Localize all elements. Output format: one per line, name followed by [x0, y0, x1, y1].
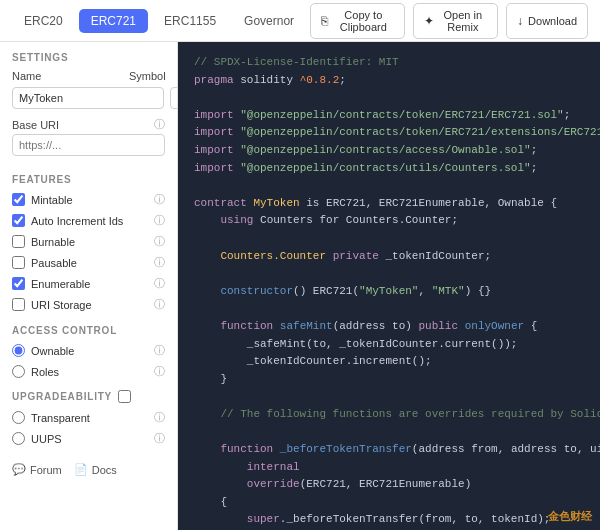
- tab-erc1155[interactable]: ERC1155: [152, 9, 228, 33]
- uri-storage-label: URI Storage: [31, 299, 148, 311]
- auto-increment-checkbox[interactable]: [12, 214, 25, 227]
- feature-enumerable: Enumerable ⓘ: [0, 273, 177, 294]
- feature-mintable: Mintable ⓘ: [0, 189, 177, 210]
- burnable-checkbox[interactable]: [12, 235, 25, 248]
- ownable-info-icon: ⓘ: [154, 343, 165, 358]
- copy-clipboard-button[interactable]: ⎘ Copy to Clipboard: [310, 3, 404, 39]
- footer-links: 💬 Forum 📄 Docs: [0, 453, 177, 486]
- enumerable-label: Enumerable: [31, 278, 148, 290]
- main-content: SETTINGS Name Symbol Base URI ⓘ FEATURES…: [0, 42, 600, 530]
- docs-link[interactable]: 📄 Docs: [74, 463, 117, 476]
- download-label: Download: [528, 15, 577, 27]
- base-uri-label: Base URI: [12, 119, 150, 131]
- features-header: FEATURES: [0, 164, 177, 189]
- uups-radio[interactable]: [12, 432, 25, 445]
- remix-label: Open in Remix: [439, 9, 488, 33]
- docs-icon: 📄: [74, 463, 88, 476]
- token-symbol-input[interactable]: [170, 87, 178, 109]
- left-panel: SETTINGS Name Symbol Base URI ⓘ FEATURES…: [0, 42, 178, 530]
- feature-burnable: Burnable ⓘ: [0, 231, 177, 252]
- symbol-label: Symbol: [129, 70, 165, 82]
- upgradeability-header-row: UPGRADEABILITY: [0, 382, 177, 407]
- watermark: 金色财经: [548, 509, 592, 524]
- feature-pausable: Pausable ⓘ: [0, 252, 177, 273]
- base-uri-input[interactable]: [12, 134, 165, 156]
- ownable-label: Ownable: [31, 345, 148, 357]
- access-control-header: ACCESS CONTROL: [0, 315, 177, 340]
- enumerable-info-icon: ⓘ: [154, 276, 165, 291]
- ownable-radio[interactable]: [12, 344, 25, 357]
- name-label: Name: [12, 70, 123, 82]
- top-bar: ERC20 ERC721 ERC1155 Governor ⎘ Copy to …: [0, 0, 600, 42]
- mintable-checkbox[interactable]: [12, 193, 25, 206]
- uri-storage-checkbox[interactable]: [12, 298, 25, 311]
- tab-erc20[interactable]: ERC20: [12, 9, 75, 33]
- enumerable-checkbox[interactable]: [12, 277, 25, 290]
- auto-increment-info-icon: ⓘ: [154, 213, 165, 228]
- code-block: // SPDX-License-Identifier: MIT pragma s…: [194, 54, 584, 530]
- forum-link[interactable]: 💬 Forum: [12, 463, 62, 476]
- settings-header: SETTINGS: [0, 42, 177, 67]
- burnable-info-icon: ⓘ: [154, 234, 165, 249]
- copy-label: Copy to Clipboard: [333, 9, 393, 33]
- mintable-label: Mintable: [31, 194, 148, 206]
- burnable-label: Burnable: [31, 236, 148, 248]
- transparent-label: Transparent: [31, 412, 148, 424]
- upgradeability-checkbox[interactable]: [118, 390, 131, 403]
- upgrade-transparent: Transparent ⓘ: [0, 407, 177, 428]
- feature-auto-increment: Auto Increment Ids ⓘ: [0, 210, 177, 231]
- roles-radio[interactable]: [12, 365, 25, 378]
- access-ownable: Ownable ⓘ: [0, 340, 177, 361]
- tab-erc721[interactable]: ERC721: [79, 9, 148, 33]
- pausable-checkbox[interactable]: [12, 256, 25, 269]
- remix-icon: ✦: [424, 14, 434, 28]
- token-name-input[interactable]: [12, 87, 164, 109]
- pausable-label: Pausable: [31, 257, 148, 269]
- mintable-info-icon: ⓘ: [154, 192, 165, 207]
- uri-storage-info-icon: ⓘ: [154, 297, 165, 312]
- base-uri-info-icon: ⓘ: [154, 117, 165, 132]
- roles-label: Roles: [31, 366, 148, 378]
- forum-label: Forum: [30, 464, 62, 476]
- transparent-radio[interactable]: [12, 411, 25, 424]
- docs-label: Docs: [92, 464, 117, 476]
- forum-icon: 💬: [12, 463, 26, 476]
- auto-increment-label: Auto Increment Ids: [31, 215, 148, 227]
- name-symbol-labels: Name Symbol: [0, 67, 177, 85]
- action-buttons: ⎘ Copy to Clipboard ✦ Open in Remix ↓ Do…: [310, 3, 588, 39]
- download-button[interactable]: ↓ Download: [506, 3, 588, 39]
- download-icon: ↓: [517, 14, 523, 28]
- upgrade-uups: UUPS ⓘ: [0, 428, 177, 449]
- uups-info-icon: ⓘ: [154, 431, 165, 446]
- tab-governor[interactable]: Governor: [232, 9, 306, 33]
- access-roles: Roles ⓘ: [0, 361, 177, 382]
- copy-icon: ⎘: [321, 14, 328, 28]
- roles-info-icon: ⓘ: [154, 364, 165, 379]
- feature-uri-storage: URI Storage ⓘ: [0, 294, 177, 315]
- transparent-info-icon: ⓘ: [154, 410, 165, 425]
- code-panel: // SPDX-License-Identifier: MIT pragma s…: [178, 42, 600, 530]
- pausable-info-icon: ⓘ: [154, 255, 165, 270]
- open-remix-button[interactable]: ✦ Open in Remix: [413, 3, 499, 39]
- upgradeability-label: UPGRADEABILITY: [12, 391, 112, 402]
- name-symbol-inputs: [0, 85, 177, 113]
- uups-label: UUPS: [31, 433, 148, 445]
